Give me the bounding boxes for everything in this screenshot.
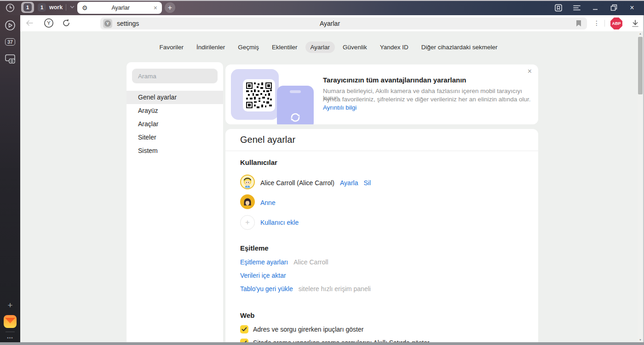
sidebar-item-sistem[interactable]: Sistem <box>126 144 223 158</box>
tab-group-badge: 1 <box>23 3 32 12</box>
browser-window: 1 1 work ⚙ Ayarlar × + × <box>0 0 644 345</box>
divider <box>66 4 66 11</box>
tab-group-badge: 1 <box>38 3 46 12</box>
page-title: Ayarlar <box>100 18 559 29</box>
scrollbar-thumb[interactable] <box>638 37 643 94</box>
back-icon[interactable] <box>24 18 35 29</box>
user-link[interactable]: Anne <box>260 199 276 206</box>
scroll-down-icon[interactable]: ▼ <box>638 339 643 341</box>
close-icon[interactable]: × <box>623 0 641 15</box>
tab-favoriler[interactable]: Favoriler <box>154 41 189 53</box>
banner-details-link[interactable]: Ayrıntılı bilgi <box>323 104 356 111</box>
sync-section-title: Eşitleme <box>240 244 269 252</box>
tab-diger-cihazlar[interactable]: Diğer cihazlardaki sekmeler <box>416 41 503 53</box>
tab-group-current[interactable]: 1 <box>21 2 34 13</box>
avatar[interactable] <box>240 175 255 191</box>
user-row-alice: Alice Carroll (Alice Carrol) Ayarla Sil <box>240 175 371 190</box>
checkbox-label: Adres ve sorgu girerken ipuçları göster <box>253 326 363 333</box>
mobile-promo-banner: × Tarayıcınızın tüm avantajlarından yara… <box>225 64 538 124</box>
plus-icon[interactable]: + <box>240 215 255 230</box>
checkbox-label: Sitede arama yaparken arama sorgularını … <box>253 339 430 342</box>
player-icon[interactable] <box>0 19 20 32</box>
yandex-mail-icon[interactable] <box>0 315 20 328</box>
kebab-menu-icon[interactable]: ⋮ <box>593 19 600 27</box>
restore-icon[interactable] <box>604 0 623 15</box>
side-panel-icon[interactable] <box>549 0 568 15</box>
sync-account-note: Alice Carroll <box>293 258 328 266</box>
tab-yandex-id[interactable]: Yandex ID <box>375 41 414 53</box>
tab-close-icon[interactable]: × <box>154 5 157 11</box>
downloads-icon[interactable] <box>630 18 640 29</box>
sync-icon <box>289 111 301 124</box>
qr-code <box>243 79 275 111</box>
tableau-note: sitelere hızlı erişim paneli <box>299 285 371 292</box>
minimize-icon[interactable] <box>586 0 604 15</box>
user-row-anne: Anne <box>240 195 276 210</box>
tab-ayarlar[interactable]: Ayarlar <box>305 41 335 53</box>
general-settings-card: Genel ayarlar Kullanıcılar <box>225 129 538 342</box>
sync-settings-link[interactable]: Eşitleme ayarları <box>240 258 288 266</box>
bookmark-icon[interactable] <box>576 20 581 29</box>
tab-group-work[interactable]: 1 work <box>38 2 75 13</box>
user-configure-link[interactable]: Ayarla <box>340 179 358 187</box>
tab-guvenlik[interactable]: Güvenlik <box>338 41 372 53</box>
tab-group-label: work <box>49 4 63 11</box>
checkbox-row: Sitede arama yaparken arama sorgularını … <box>240 339 430 342</box>
banner-text: Ayrıca favorileriniz, şifreleriniz ve di… <box>323 96 530 103</box>
tab-indirilenler[interactable]: İndirilenler <box>191 41 230 53</box>
tab-ayarlar[interactable]: ⚙ Ayarlar × <box>77 2 162 14</box>
browser-toolbar: Y Y settings Ayarlar ⋮ ABP <box>20 15 644 31</box>
side-rail: 37 + ••• <box>0 15 20 342</box>
qr-illustration <box>231 69 279 120</box>
scroll-up-icon[interactable]: ▲ <box>638 32 643 35</box>
add-panel-icon[interactable]: + <box>0 299 20 312</box>
tabs-count-icon[interactable]: 37 <box>0 35 20 48</box>
tab-title: Ayarlar <box>88 5 154 11</box>
refresh-icon[interactable] <box>61 18 72 29</box>
avatar[interactable] <box>240 194 255 211</box>
phone-illustration <box>277 86 314 124</box>
url-bar[interactable]: Y settings Ayarlar <box>100 18 587 29</box>
web-section-title: Web <box>240 311 254 319</box>
screen-capture-icon[interactable] <box>0 53 20 65</box>
checkbox-checked[interactable] <box>240 325 248 333</box>
titlebar: 1 1 work ⚙ Ayarlar × + × <box>0 0 644 15</box>
import-data-row: Verileri içe aktar <box>240 272 286 279</box>
banner-title: Tarayıcınızın tüm avantajlarından yararl… <box>323 76 466 84</box>
adblock-plus-icon[interactable]: ABP <box>610 18 622 29</box>
add-user-link[interactable]: Kullanıcı ekle <box>260 219 299 226</box>
page-scrollbar[interactable]: ▲ ▼ <box>638 31 643 342</box>
banner-close-icon[interactable]: × <box>528 67 532 76</box>
chevron-down-icon[interactable] <box>69 3 75 12</box>
section-heading: Genel ayarlar <box>240 134 295 145</box>
sidebar-item-siteler[interactable]: Siteler <box>126 131 223 144</box>
restore-tableau-row: Tablo'yu geri yükle sitelere hızlı erişi… <box>240 285 371 292</box>
settings-tabs: Favoriler İndirilenler Geçmiş Eklentiler… <box>20 41 637 53</box>
divider <box>225 151 538 151</box>
add-user-row: + Kullanıcı ekle <box>240 215 299 230</box>
new-tab-button[interactable]: + <box>165 2 175 13</box>
import-data-link[interactable]: Verileri içe aktar <box>240 272 286 279</box>
tab-gecmis[interactable]: Geçmiş <box>233 41 264 53</box>
yandex-home-icon[interactable]: Y <box>43 18 54 29</box>
svg-text:Y: Y <box>47 20 51 26</box>
user-delete-link[interactable]: Sil <box>363 179 371 187</box>
restore-tableau-link[interactable]: Tablo'yu geri yükle <box>240 285 293 292</box>
users-section-title: Kullanıcılar <box>240 158 277 166</box>
search-input[interactable] <box>132 69 218 83</box>
checkbox-checked[interactable] <box>240 339 248 342</box>
sidebar-item-araclar[interactable]: Araçlar <box>126 117 223 131</box>
divider <box>604 20 605 27</box>
user-name: Alice Carroll (Alice Carrol) <box>260 179 334 187</box>
checkbox-row: Adres ve sorgu girerken ipuçları göster <box>240 325 363 333</box>
menu-icon[interactable] <box>568 0 586 15</box>
sync-settings-row: Eşitleme ayarları Alice Carroll <box>240 258 328 266</box>
tab-eklentiler[interactable]: Eklentiler <box>267 41 303 53</box>
window-controls: × <box>549 0 641 15</box>
sidebar-item-genel-ayarlar[interactable]: Genel ayarlar <box>126 91 223 104</box>
history-icon[interactable] <box>5 2 16 13</box>
window-bottom-border <box>0 342 644 345</box>
sidebar-item-arayuz[interactable]: Arayüz <box>126 104 223 117</box>
gear-icon: ⚙ <box>82 5 88 11</box>
window-top-border <box>0 0 644 1</box>
